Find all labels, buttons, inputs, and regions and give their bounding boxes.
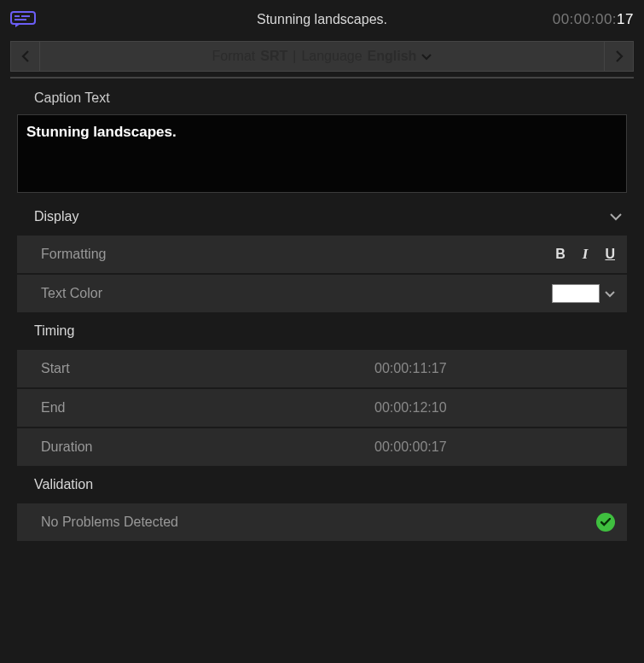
- validation-heading: Validation: [34, 477, 622, 492]
- italic-button[interactable]: I: [583, 246, 589, 263]
- validation-heading-row: Validation: [10, 466, 634, 503]
- prev-caption-button[interactable]: [11, 42, 40, 71]
- language-word: Language: [301, 49, 362, 64]
- format-value: SRT: [260, 49, 287, 64]
- underline-button[interactable]: U: [605, 247, 615, 262]
- header-bar: Stunning landscapes. 00:00:00:17: [10, 7, 634, 32]
- text-color-dropdown[interactable]: [605, 287, 615, 300]
- duration-value[interactable]: 00:00:00:17: [368, 439, 615, 455]
- timecode-frames: 17: [617, 11, 634, 27]
- language-value: English: [368, 49, 417, 64]
- svg-rect-1: [15, 15, 20, 17]
- duration-row: Duration 00:00:00:17: [17, 428, 627, 466]
- text-color-label: Text Color: [41, 286, 552, 301]
- end-row: End 00:00:12:10: [17, 389, 627, 427]
- format-word: Format: [212, 49, 256, 64]
- display-heading-row: Display: [10, 198, 634, 236]
- formatting-label: Formatting: [41, 247, 555, 262]
- timing-heading: Timing: [34, 323, 622, 339]
- format-separator: |: [293, 49, 296, 64]
- text-color-row: Text Color: [17, 275, 627, 312]
- format-bar: Format SRT | Language English: [10, 41, 634, 72]
- formatting-buttons: B I U: [555, 246, 615, 263]
- validation-status: No Problems Detected: [41, 515, 596, 530]
- timecode-prefix: 00:00:00:: [553, 11, 617, 27]
- end-value[interactable]: 00:00:12:10: [368, 400, 615, 416]
- chevron-down-icon: [421, 51, 432, 63]
- next-caption-button[interactable]: [604, 42, 633, 71]
- svg-rect-2: [21, 15, 30, 17]
- formatting-row: Formatting B I U: [17, 236, 627, 273]
- header-timecode: 00:00:00:17: [553, 11, 634, 28]
- duration-label: Duration: [41, 439, 368, 455]
- svg-rect-0: [11, 12, 35, 24]
- caption-text-value: Stunning landscapes.: [26, 124, 177, 140]
- header-title: Stunning landscapes.: [257, 12, 387, 27]
- display-collapse-button[interactable]: [610, 210, 622, 224]
- caption-text-label: Caption Text: [10, 79, 634, 114]
- text-color-swatch[interactable]: [552, 284, 600, 303]
- end-label: End: [41, 400, 368, 416]
- validation-status-row: No Problems Detected: [17, 503, 627, 541]
- caption-text-input[interactable]: Stunning landscapes.: [17, 114, 627, 193]
- format-language-selector[interactable]: Format SRT | Language English: [40, 49, 604, 64]
- start-label: Start: [41, 361, 368, 376]
- start-row: Start 00:00:11:17: [17, 350, 627, 387]
- start-value[interactable]: 00:00:11:17: [368, 361, 615, 376]
- bold-button[interactable]: B: [555, 247, 566, 262]
- caption-speech-icon: [10, 11, 36, 28]
- timing-heading-row: Timing: [10, 312, 634, 350]
- check-ok-icon: [596, 513, 615, 532]
- svg-rect-3: [15, 19, 26, 20]
- display-heading: Display: [34, 209, 610, 224]
